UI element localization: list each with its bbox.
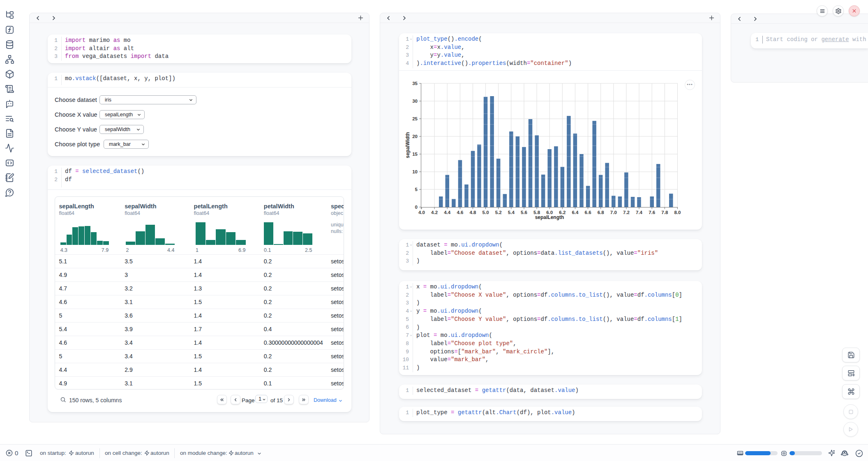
svg-text:5.4: 5.4 <box>508 210 515 215</box>
svg-text:4.6: 4.6 <box>457 210 463 215</box>
svg-text:5.2: 5.2 <box>495 210 502 215</box>
svg-text:7.8: 7.8 <box>661 210 668 215</box>
svg-text:8.0: 8.0 <box>674 210 681 215</box>
svg-text:7.2: 7.2 <box>623 210 630 215</box>
svg-text:30: 30 <box>412 99 418 104</box>
svg-text:4.4: 4.4 <box>444 210 451 215</box>
svg-text:5: 5 <box>415 187 418 192</box>
svg-text:25: 25 <box>412 116 418 121</box>
svg-text:10: 10 <box>412 169 418 174</box>
svg-text:sepalLength: sepalLength <box>535 214 564 220</box>
svg-text:0: 0 <box>415 205 418 210</box>
svg-text:6.6: 6.6 <box>585 210 591 215</box>
svg-text:5.6: 5.6 <box>521 210 527 215</box>
svg-text:6.8: 6.8 <box>598 210 605 215</box>
svg-text:20: 20 <box>412 134 418 139</box>
svg-text:7.4: 7.4 <box>636 210 643 215</box>
svg-text:15: 15 <box>412 152 418 157</box>
svg-text:35: 35 <box>412 81 418 86</box>
svg-text:7.6: 7.6 <box>649 210 655 215</box>
svg-text:4.2: 4.2 <box>431 210 438 215</box>
svg-text:4.0: 4.0 <box>418 210 425 215</box>
svg-text:7.0: 7.0 <box>610 210 617 215</box>
svg-text:4.8: 4.8 <box>470 210 477 215</box>
svg-text:5.0: 5.0 <box>482 210 489 215</box>
svg-text:sepalWidth: sepalWidth <box>405 132 411 158</box>
svg-text:6.4: 6.4 <box>572 210 579 215</box>
